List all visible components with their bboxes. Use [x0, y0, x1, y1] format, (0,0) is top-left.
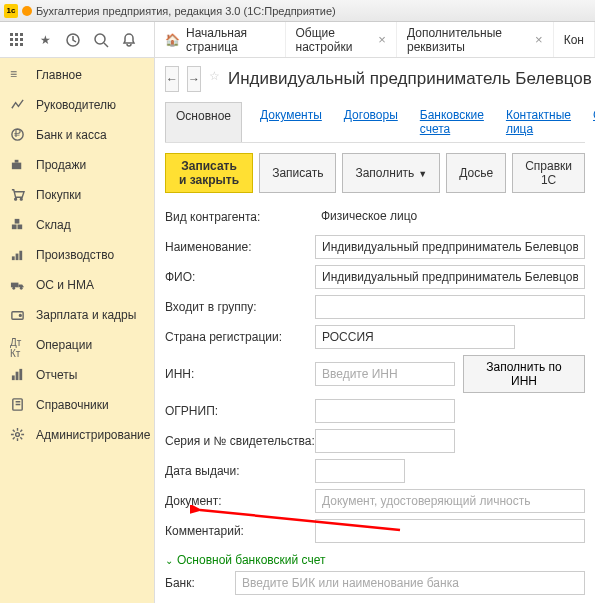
- factory-icon: [10, 247, 26, 263]
- app-icon: 1c: [4, 4, 18, 18]
- history-icon[interactable]: [64, 31, 82, 49]
- tab-settings[interactable]: Общие настройки×: [286, 22, 397, 57]
- sidebar-item-production[interactable]: Производство: [0, 240, 154, 270]
- sales-icon: [10, 157, 26, 173]
- sidebar-item-main[interactable]: ≡Главное: [0, 60, 154, 90]
- name-label: Наименование:: [165, 240, 315, 254]
- subtab-accounts[interactable]: Банковские счета: [416, 102, 488, 142]
- bank-section-toggle[interactable]: ⌄Основной банковский счет: [165, 549, 585, 571]
- comment-label: Комментарий:: [165, 524, 315, 538]
- content: ← → ☆ Индивидуальный предприниматель Бел…: [155, 58, 595, 603]
- serial-input[interactable]: [315, 429, 455, 453]
- cart-icon: [10, 187, 26, 203]
- inn-label: ИНН:: [165, 367, 315, 381]
- chevron-down-icon: ⌄: [165, 555, 173, 566]
- subtab-main[interactable]: Основное: [165, 102, 242, 142]
- group-input[interactable]: [315, 295, 585, 319]
- sidebar: ≡Главное Руководителю ₽Банк и касса Прод…: [0, 58, 155, 603]
- doc-input[interactable]: [315, 489, 585, 513]
- country-label: Страна регистрации:: [165, 330, 315, 344]
- sidebar-item-bank[interactable]: ₽Банк и касса: [0, 120, 154, 150]
- star-icon[interactable]: ★: [36, 31, 54, 49]
- svg-rect-22: [19, 251, 22, 260]
- country-input[interactable]: [315, 325, 515, 349]
- favorite-icon[interactable]: ☆: [209, 69, 220, 89]
- comment-input[interactable]: [315, 519, 585, 543]
- titlebar: 1c Бухгалтерия предприятия, редакция 3.0…: [0, 0, 595, 22]
- svg-rect-28: [12, 375, 15, 380]
- close-icon[interactable]: ×: [535, 32, 543, 47]
- svg-rect-23: [11, 283, 19, 288]
- svg-rect-19: [15, 219, 20, 224]
- sidebar-item-reports[interactable]: Отчеты: [0, 360, 154, 390]
- fill-by-inn-button[interactable]: Заполнить по ИНН: [463, 355, 585, 393]
- tab-home[interactable]: 🏠Начальная страница: [155, 22, 286, 57]
- back-button[interactable]: ←: [165, 66, 179, 92]
- tab-counterparty[interactable]: Кон: [554, 22, 595, 57]
- sidebar-item-warehouse[interactable]: Склад: [0, 210, 154, 240]
- sidebar-item-admin[interactable]: Администрирование: [0, 420, 154, 450]
- chevron-down-icon: ▼: [418, 169, 427, 179]
- svg-point-16: [20, 198, 22, 200]
- svg-rect-1: [15, 33, 18, 36]
- bell-icon[interactable]: [120, 31, 138, 49]
- app-menu-icon[interactable]: [22, 6, 32, 16]
- fio-label: ФИО:: [165, 270, 315, 284]
- fio-input[interactable]: [315, 265, 585, 289]
- kind-label: Вид контрагента:: [165, 210, 315, 224]
- toolbar: ★ 🏠Начальная страница Общие настройки× Д…: [0, 22, 595, 58]
- dossier-button[interactable]: Досье: [446, 153, 506, 193]
- forward-button[interactable]: →: [187, 66, 201, 92]
- warehouse-icon: [10, 217, 26, 233]
- fill-button[interactable]: Заполнить▼: [342, 153, 440, 193]
- tab-extra[interactable]: Дополнительные реквизиты×: [397, 22, 554, 57]
- svg-rect-29: [16, 372, 19, 380]
- subtab-contracts[interactable]: Договоры: [340, 102, 402, 142]
- sidebar-item-purchases[interactable]: Покупки: [0, 180, 154, 210]
- svg-text:₽: ₽: [14, 127, 21, 139]
- ogrnip-input[interactable]: [315, 399, 455, 423]
- svg-rect-6: [10, 43, 13, 46]
- svg-rect-18: [18, 225, 23, 230]
- bank-input[interactable]: [235, 571, 585, 595]
- svg-point-25: [20, 287, 23, 290]
- help-button[interactable]: Справки 1С: [512, 153, 585, 193]
- sidebar-item-refs[interactable]: Справочники: [0, 390, 154, 420]
- sidebar-item-manager[interactable]: Руководителю: [0, 90, 154, 120]
- ogrnip-label: ОГРНИП:: [165, 404, 315, 418]
- date-input[interactable]: [315, 459, 405, 483]
- save-close-button[interactable]: Записать и закрыть: [165, 153, 253, 193]
- svg-point-10: [95, 34, 105, 44]
- doc-label: Документ:: [165, 494, 315, 508]
- svg-rect-4: [15, 38, 18, 41]
- serial-label: Серия и № свидетельства:: [165, 434, 315, 448]
- subtab-contacts[interactable]: Контактные лица: [502, 102, 575, 142]
- svg-rect-5: [20, 38, 23, 41]
- sidebar-item-sales[interactable]: Продажи: [0, 150, 154, 180]
- svg-rect-13: [12, 163, 21, 170]
- save-button[interactable]: Записать: [259, 153, 336, 193]
- svg-rect-3: [10, 38, 13, 41]
- menu-icon: ≡: [10, 67, 26, 83]
- operations-icon: ДтКт: [10, 337, 26, 353]
- book-icon: [10, 397, 26, 413]
- close-icon[interactable]: ×: [378, 32, 386, 47]
- svg-rect-17: [12, 225, 17, 230]
- reports-icon: [10, 367, 26, 383]
- svg-rect-21: [16, 254, 19, 261]
- subtab-docs[interactable]: Документы: [256, 102, 326, 142]
- sidebar-item-assets[interactable]: ОС и НМА: [0, 270, 154, 300]
- search-icon[interactable]: [92, 31, 110, 49]
- sidebar-item-operations[interactable]: ДтКтОперации: [0, 330, 154, 360]
- svg-rect-14: [15, 160, 19, 163]
- gear-icon: [10, 427, 26, 443]
- subtab-ledger[interactable]: Счета: [589, 102, 595, 142]
- apps-icon[interactable]: [8, 31, 26, 49]
- inn-input[interactable]: [315, 362, 455, 386]
- svg-point-24: [12, 287, 15, 290]
- svg-rect-8: [20, 43, 23, 46]
- svg-rect-7: [15, 43, 18, 46]
- chart-icon: [10, 97, 26, 113]
- sidebar-item-hr[interactable]: Зарплата и кадры: [0, 300, 154, 330]
- name-input[interactable]: [315, 235, 585, 259]
